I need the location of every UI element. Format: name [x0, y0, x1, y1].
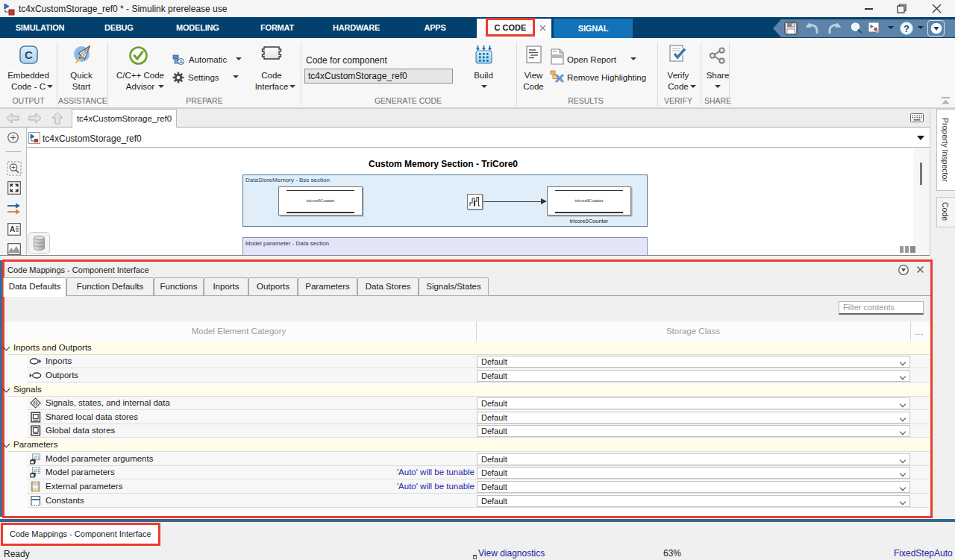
svg-text:A: A [179, 59, 183, 64]
svg-text:C: C [25, 48, 33, 61]
svg-text:101: 101 [33, 468, 40, 473]
svg-text:101: 101 [33, 454, 40, 459]
svg-text:101: 101 [32, 482, 39, 486]
svg-text:010: 010 [32, 487, 39, 491]
svg-text:A: A [10, 225, 15, 233]
svg-text:?: ? [904, 23, 909, 34]
